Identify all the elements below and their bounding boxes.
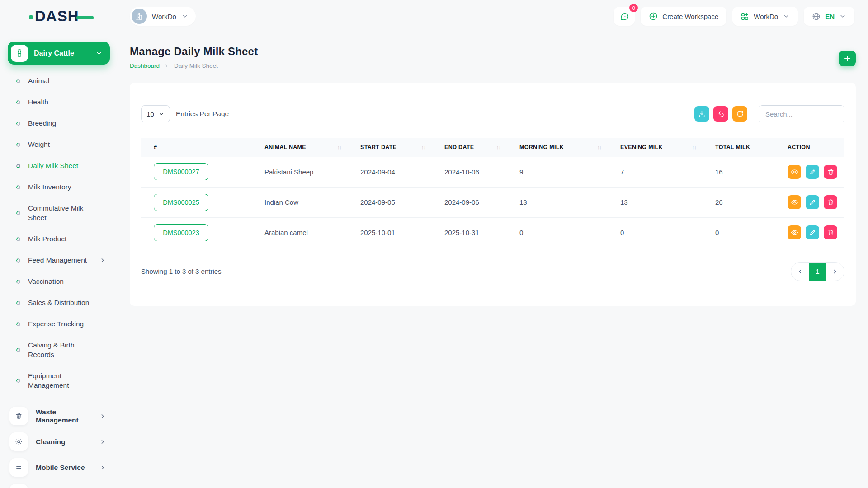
total-milk-cell: 16 [703,157,775,187]
sidebar-module-cleaning[interactable]: Cleaning [0,429,118,455]
delete-button[interactable] [824,165,837,179]
sidebar-item-sales-distribution[interactable]: Sales & Distribution [0,292,118,313]
sort-icon[interactable]: ↑↓ [692,145,696,150]
create-workspace-label: Create Workspace [662,13,718,20]
sort-icon[interactable]: ↑↓ [421,145,425,150]
morning-milk-cell: 13 [507,187,608,217]
delete-button[interactable] [824,225,837,239]
sidebar-item-animal[interactable]: Animal [0,70,118,91]
topbar-actions: 0 Create Workspace WorkDo EN [614,7,854,26]
sidebar-module-waste-management[interactable]: Waste Management [0,403,118,429]
sidebar-item-equipment-management[interactable]: Equipment Management [0,365,118,396]
bullet-icon [16,142,21,147]
delete-button[interactable] [824,195,837,209]
edit-button[interactable] [806,165,819,179]
table-toolbar: 10 Entries Per Page [141,105,844,122]
chevron-right-icon [99,465,106,471]
edit-button[interactable] [806,225,819,239]
next-page-button[interactable] [826,263,844,281]
sidebar-module-dairy-cattle[interactable]: Dairy Cattle [8,42,110,65]
column-label: MORNING MILK [519,144,564,150]
chevron-down-icon [158,111,165,117]
previous-page-button[interactable] [791,263,809,281]
search-input[interactable] [759,105,844,122]
chevron-down-icon [181,13,189,20]
sidebar-item-label: Feed Management [28,255,87,265]
bullet-icon [16,99,21,105]
undo-icon [717,110,725,117]
sidebar-item-calving-birth-records[interactable]: Calving & Birth Records [0,334,118,365]
bullet-icon [16,279,21,284]
cleaning-icon [9,432,28,451]
record-id-badge[interactable]: DMS000027 [154,163,208,180]
row-actions [788,165,842,179]
entries-per-page-select[interactable]: 10 [141,105,170,122]
animal-name-cell: Indian Cow [252,187,348,217]
bullet-icon [16,236,21,242]
equals-icon [9,458,28,477]
breadcrumb-dashboard-link[interactable]: Dashboard [130,62,160,69]
column-label: ACTION [788,144,810,150]
animal-name-cell: Arabian camel [252,217,348,248]
sidebar-item-daily-milk-sheet[interactable]: Daily Milk Sheet [0,155,118,176]
column-header-action: ACTION [775,138,844,157]
column-label: END DATE [444,144,474,150]
record-id-badge[interactable]: DMS000025 [154,194,208,211]
sidebar-item-health[interactable]: Health [0,91,118,113]
bullet-icon [16,300,21,305]
sidebar-module-mobile-service[interactable]: Mobile Service [0,455,118,480]
bullet-icon [16,121,21,126]
sidebar-item-label: Health [28,97,48,107]
record-id-badge[interactable]: DMS000023 [154,224,208,241]
showing-entries-text: Showing 1 to 3 of 3 entries [141,267,222,275]
edit-button[interactable] [806,195,819,209]
undo-button[interactable] [713,106,728,122]
sort-icon[interactable]: ↑↓ [597,145,601,150]
create-workspace-button[interactable]: Create Workspace [641,7,726,26]
brand-logo[interactable]: DASH [29,8,94,25]
workspace-selector[interactable]: WorkDo [130,7,196,26]
sort-icon[interactable]: ↑↓ [337,145,341,150]
toolbar-right-group [690,105,844,122]
table-card: 10 Entries Per Page #ANIMAL NAME↑↓START … [130,83,856,306]
total-milk-cell: 0 [703,217,775,248]
chevron-left-icon [797,268,803,275]
page-number-button[interactable]: 1 [809,263,826,281]
messages-button[interactable]: 0 [614,7,635,26]
sidebar-item-expense-tracking[interactable]: Expense Tracking [0,313,118,334]
chat-icon [619,11,629,21]
sidebar-item-weight[interactable]: Weight [0,134,118,155]
evening-milk-cell: 0 [608,217,703,248]
column-header-total-milk: TOTAL MILK [703,138,775,157]
view-button[interactable] [788,165,801,179]
export-button[interactable] [694,106,709,122]
sidebar-item-commulative-milk-sheet[interactable]: Commulative Milk Sheet [0,197,118,228]
add-record-button[interactable] [839,51,856,66]
view-button[interactable] [788,225,801,239]
row-actions [788,195,842,209]
sort-icon[interactable]: ↑↓ [496,145,500,150]
sidebar-item-vaccination[interactable]: Vaccination [0,271,118,292]
sidebar-item-breeding[interactable]: Breeding [0,113,118,134]
start-date-cell: 2024-09-04 [348,157,432,187]
chevron-right-icon [99,257,106,263]
sidebar-item-milk-product[interactable]: Milk Product [0,228,118,249]
sidebar-item-milk-inventory[interactable]: Milk Inventory [0,176,118,197]
workspace-name: WorkDo [152,13,176,20]
trash-icon [827,199,834,206]
sidebar-module-laundry[interactable]: Laundry [0,480,118,488]
table-row: DMS000027Pakistani Sheep2024-09-042024-1… [141,157,844,187]
tshirt-icon [9,484,28,488]
record-id-cell: DMS000027 [141,157,252,187]
globe-icon [812,12,821,21]
messages-count-badge: 0 [629,4,638,12]
refresh-button[interactable] [732,106,747,122]
apps-menu-button[interactable]: WorkDo [732,7,798,26]
chevron-right-icon [832,268,838,275]
table-row: DMS000023Arabian camel2025-10-012025-10-… [141,217,844,248]
sidebar-item-feed-management[interactable]: Feed Management [0,249,118,271]
language-menu-button[interactable]: EN [804,7,854,26]
refresh-icon [736,110,744,117]
column-header-inner: EVENING MILK↑↓ [620,144,700,150]
view-button[interactable] [788,195,801,209]
